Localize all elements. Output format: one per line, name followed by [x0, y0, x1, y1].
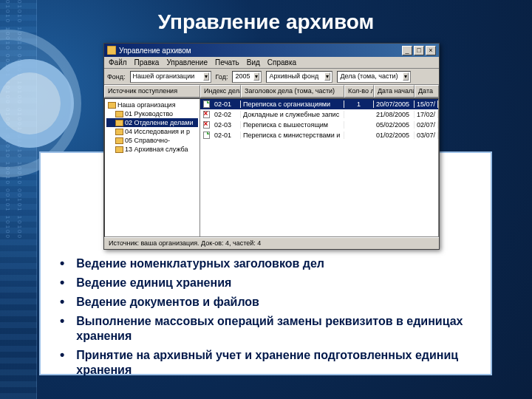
cell-date1: 21/08/2005 [374, 111, 415, 118]
cell-index: 02-01 [212, 100, 241, 108]
menu-help[interactable]: Справка [267, 58, 296, 66]
tree-item[interactable]: 13 Архивная служба [106, 145, 198, 154]
cell-title: Докладные и служебные запис [241, 111, 344, 118]
tree-label: 01 Руководство [125, 110, 173, 117]
cell-date2: 02/07/ [415, 121, 438, 129]
row-icon [200, 100, 212, 108]
cell-date2: 03/07/ [415, 132, 438, 139]
close-button[interactable]: × [426, 46, 436, 55]
column-headers: Источник поступления Индекс дела Заголов… [104, 85, 439, 98]
maximize-button[interactable]: □ [414, 46, 424, 55]
list-item: Выполнение массовых операций замены рекв… [60, 314, 471, 344]
menu-view[interactable]: Вид [247, 58, 260, 66]
section-combo[interactable]: Архивный фонд [266, 71, 332, 83]
slide-title: Управление архивом [0, 0, 532, 34]
tree-label: Наша организация [117, 101, 176, 109]
folder-icon [115, 120, 123, 126]
fund-label: Фонд: [107, 73, 126, 81]
cell-date1: 01/02/2005 [374, 132, 415, 139]
menu-file[interactable]: Файл [109, 58, 127, 66]
tree-pane[interactable]: Наша организация01 Руководство02 Отделен… [104, 98, 200, 237]
col-title[interactable]: Заголовок дела (тома, части) [241, 85, 344, 98]
list-item: Ведение номенклатурных заголовков дел [60, 256, 471, 271]
cell-index: 02-03 [212, 121, 241, 129]
menu-manage[interactable]: Управление [166, 58, 208, 66]
list-item: Ведение документов и файлов [60, 295, 471, 310]
window-title: Управление архивом [119, 47, 191, 55]
menu-edit[interactable]: Правка [134, 58, 160, 66]
year-label: Год: [216, 73, 228, 81]
row-icon [200, 121, 212, 129]
tree-item[interactable]: 05 Справочно- [106, 136, 198, 145]
folder-icon [115, 129, 123, 135]
list-pane[interactable]: 02-01Переписка с организациями120/07/200… [200, 98, 439, 237]
menu-print[interactable]: Печать [215, 58, 239, 66]
cell-title: Переписка с организациями [241, 100, 344, 108]
row-icon [200, 111, 212, 118]
folder-icon [115, 146, 123, 153]
table-row[interactable]: 02-02Докладные и служебные запис21/08/20… [200, 109, 438, 120]
toolbar: Фонд: Нашей организации Год: 2005 Архивн… [104, 69, 439, 85]
tree-label: 05 Справочно- [125, 137, 170, 144]
bullet-list: Ведение номенклатурных заголовков дел Ве… [60, 256, 471, 378]
cell-index: 02-02 [212, 111, 241, 118]
tree-label: 13 Архивная служба [125, 146, 188, 153]
tree-item[interactable]: Наша организация [106, 100, 198, 109]
col-date1[interactable]: Дата начала [374, 85, 415, 98]
tree-label: 04 Исследования и р [125, 128, 190, 135]
year-combo[interactable]: 2005 [232, 71, 262, 83]
svg-rect-0 [107, 46, 116, 55]
col-source[interactable]: Источник поступления [104, 85, 200, 98]
folder-icon [115, 137, 123, 144]
titlebar[interactable]: Управление архивом _ □ × [104, 44, 439, 57]
app-icon [107, 46, 116, 55]
tree-item[interactable]: 04 Исследования и р [106, 127, 198, 136]
cell-title: Переписка с министерствами и [241, 132, 344, 139]
table-row[interactable]: 02-01Переписка с министерствами и01/02/2… [200, 130, 438, 140]
dela-combo[interactable]: Дела (тома, части) [337, 71, 411, 83]
table-row[interactable]: 02-01Переписка с организациями120/07/200… [200, 99, 438, 109]
col-index[interactable]: Индекс дела [200, 85, 241, 98]
cell-count: 1 [344, 100, 374, 108]
row-icon [200, 132, 212, 139]
cell-date1: 05/02/2005 [374, 121, 415, 129]
tree-label: 02 Отделение делами [125, 119, 193, 126]
list-item: Принятие на архивный учет и хранение под… [60, 348, 471, 378]
menubar: Файл Правка Управление Печать Вид Справк… [104, 57, 439, 69]
cell-index: 02-01 [212, 132, 241, 139]
tree-item[interactable]: 02 Отделение делами [106, 118, 198, 127]
folder-icon [115, 111, 123, 117]
cell-date2: 15/07/ [415, 100, 438, 108]
col-date2[interactable]: Дата [415, 85, 439, 98]
statusbar: Источник: ваша организация. Док-ов: 4, ч… [104, 237, 439, 249]
tree-item[interactable]: 01 Руководство [106, 109, 198, 118]
cell-date2: 17/02/ [415, 111, 438, 118]
cell-date1: 20/07/2005 [374, 100, 415, 108]
table-row[interactable]: 02-03Переписка с вышестоящим05/02/200502… [200, 120, 438, 130]
minimize-button[interactable]: _ [402, 46, 412, 55]
fund-combo[interactable]: Нашей организации [130, 71, 211, 83]
folder-icon [108, 102, 116, 109]
list-item: Ведение единиц хранения [60, 276, 471, 290]
col-count[interactable]: Кол-во лист. [344, 85, 374, 98]
app-window: Управление архивом _ □ × Файл Правка Упр… [103, 43, 440, 250]
cell-title: Переписка с вышестоящим [241, 121, 344, 129]
